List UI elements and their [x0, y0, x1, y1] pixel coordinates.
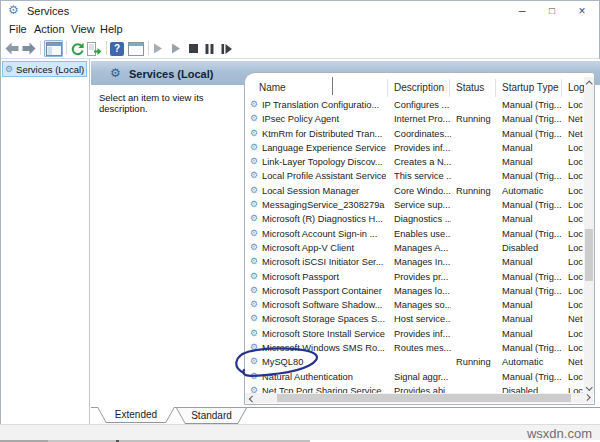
- table-row[interactable]: ⚙ IP Translation Configuratio... Configu…: [245, 99, 585, 113]
- gear-icon: ⚙: [250, 313, 261, 323]
- service-startup-type: Automatic: [502, 186, 564, 196]
- service-name: Microsoft Software Shadow...: [262, 300, 386, 310]
- service-name: Microsoft App-V Client: [262, 243, 386, 253]
- service-startup-type: Manual (Trig...: [502, 286, 564, 296]
- table-row[interactable]: ⚙ Natural Authentication Signal aggr... …: [245, 371, 585, 385]
- table-row[interactable]: ⚙ IPsec Policy Agent Internet Pro... Run…: [245, 113, 585, 127]
- refresh-button[interactable]: [69, 40, 85, 57]
- service-log-on-as: Loc: [568, 372, 585, 382]
- resume-service-button[interactable]: [170, 40, 182, 57]
- service-description: Core Windo...: [394, 186, 451, 196]
- app-gear-icon: ⚙: [8, 3, 19, 17]
- table-row[interactable]: ⚙ Link-Layer Topology Discov... Creates …: [245, 156, 585, 170]
- window-icon: [128, 42, 144, 56]
- vertical-scrollbar[interactable]: [584, 77, 594, 394]
- refresh-icon: [70, 42, 84, 56]
- gear-icon: ⚙: [250, 128, 261, 138]
- view-tabs: Extended Standard: [91, 407, 600, 425]
- scroll-up-button[interactable]: [584, 77, 594, 87]
- column-header-log-on-as[interactable]: Log: [568, 82, 585, 93]
- show-console-tree-button[interactable]: [44, 40, 63, 57]
- service-name: Microsoft iSCSI Initiator Ser...: [262, 257, 386, 267]
- table-row[interactable]: ⚙ Language Experience Service Provides i…: [245, 142, 585, 156]
- table-row[interactable]: ⚙ Microsoft Store Install Service Provid…: [245, 328, 585, 342]
- gear-icon: ⚙: [250, 328, 261, 338]
- service-name: Link-Layer Topology Discov...: [262, 157, 386, 167]
- menu-help[interactable]: Help: [100, 23, 123, 35]
- service-name: Microsoft Store Install Service: [262, 329, 386, 339]
- column-separator[interactable]: [387, 79, 388, 97]
- service-startup-type: Manual: [502, 157, 564, 167]
- table-row[interactable]: ⚙ Microsoft Account Sign-in ... Enables …: [245, 228, 585, 242]
- table-row[interactable]: ⚙ MessagingService_2308279a Service sup.…: [245, 199, 585, 213]
- start-service-button[interactable]: [152, 40, 164, 57]
- gear-icon: ⚙: [250, 156, 261, 166]
- table-row[interactable]: ⚙ Microsoft Storage Spaces S... Host ser…: [245, 313, 585, 327]
- vertical-scroll-thumb[interactable]: [585, 229, 593, 281]
- horizontal-scroll-thumb[interactable]: [277, 394, 571, 402]
- table-row[interactable]: ⚙ Local Session Manager Core Windo... Ru…: [245, 185, 585, 199]
- menu-view[interactable]: View: [71, 23, 95, 35]
- horizontal-scrollbar[interactable]: [245, 393, 585, 403]
- table-row[interactable]: ⚙ Microsoft App-V Client Manages A... Di…: [245, 242, 585, 256]
- restart-service-button[interactable]: [220, 40, 233, 57]
- table-row[interactable]: ⚙ Microsoft (R) Diagnostics H... Diagnos…: [245, 213, 585, 227]
- service-name: Microsoft Passport Container: [262, 286, 386, 296]
- window-title: Services: [27, 5, 69, 17]
- table-row[interactable]: ⚙ Microsoft Passport Container Manages l…: [245, 285, 585, 299]
- tab-standard[interactable]: Standard: [176, 408, 247, 424]
- service-startup-type: Manual (Trig...: [502, 114, 564, 124]
- column-separator[interactable]: [495, 79, 496, 97]
- table-row[interactable]: ⚙ Microsoft Windows SMS Ro... Routes mes…: [245, 342, 585, 356]
- scroll-left-button[interactable]: [246, 393, 256, 403]
- table-row[interactable]: ⚙ Microsoft iSCSI Initiator Ser... Manag…: [245, 256, 585, 270]
- column-separator[interactable]: [561, 79, 562, 97]
- table-row[interactable]: ⚙ Microsoft Passport Provides pr... Manu…: [245, 271, 585, 285]
- scroll-right-button[interactable]: [583, 393, 593, 403]
- screenshot-stage: ⚙ Services – □ × File Action View Help: [0, 0, 600, 442]
- minimize-button[interactable]: –: [507, 2, 537, 20]
- service-startup-type: Disabled: [502, 243, 564, 253]
- forward-button[interactable]: [21, 40, 36, 57]
- close-button[interactable]: ×: [567, 2, 597, 20]
- column-header-name[interactable]: Name: [259, 82, 286, 93]
- table-row[interactable]: ⚙ Local Profile Assistant Service This s…: [245, 170, 585, 184]
- service-log-on-as: Loc: [568, 229, 585, 239]
- tab-extended[interactable]: Extended: [97, 407, 175, 423]
- column-header-status[interactable]: Status: [456, 82, 484, 93]
- service-description: Internet Pro...: [394, 114, 451, 124]
- table-row[interactable]: ⚙ Microsoft Software Shadow... Manages s…: [245, 299, 585, 313]
- export-list-button[interactable]: [86, 40, 103, 57]
- service-log-on-as: Loc: [568, 214, 585, 224]
- service-log-on-as: Loc: [568, 157, 585, 167]
- pause-service-button[interactable]: [204, 40, 215, 57]
- services-window: ⚙ Services – □ × File Action View Help: [0, 0, 600, 424]
- service-log-on-as: Loc: [568, 186, 585, 196]
- service-description: Provides pr...: [394, 272, 451, 282]
- gear-icon: ⚙: [250, 99, 261, 109]
- forward-icon: [22, 42, 36, 55]
- column-header-description[interactable]: Description: [394, 82, 444, 93]
- service-startup-type: Manual: [502, 214, 564, 224]
- gear-icon: ⚙: [110, 66, 121, 80]
- column-separator[interactable]: [449, 79, 450, 97]
- menu-action[interactable]: Action: [34, 23, 65, 35]
- help-button[interactable]: ?: [109, 40, 125, 57]
- content-area: ⚙ Services (Local) ⚙ Services (Local) Se…: [1, 59, 599, 425]
- menu-file[interactable]: File: [9, 23, 27, 35]
- service-name: Microsoft (R) Diagnostics H...: [262, 214, 386, 224]
- table-row[interactable]: ⚙ KtmRm for Distributed Tran... Coordina…: [245, 128, 585, 142]
- back-button[interactable]: [4, 40, 19, 57]
- sidebar-item-services-local[interactable]: ⚙ Services (Local): [2, 61, 87, 77]
- service-status: Running: [456, 114, 500, 124]
- table-row[interactable]: ⚙ MySQL80 Running Automatic Net: [245, 356, 585, 370]
- gear-icon: ⚙: [250, 228, 261, 238]
- maximize-button[interactable]: □: [537, 2, 567, 20]
- properties-window-button[interactable]: [127, 40, 145, 57]
- column-header-startup-type[interactable]: Startup Type: [502, 82, 559, 93]
- service-log-on-as: Loc: [568, 257, 585, 267]
- service-description: Diagnostics ...: [394, 214, 451, 224]
- export-list-icon: [87, 42, 102, 56]
- stop-service-button[interactable]: [188, 40, 199, 57]
- service-description: Signal aggr...: [394, 372, 451, 382]
